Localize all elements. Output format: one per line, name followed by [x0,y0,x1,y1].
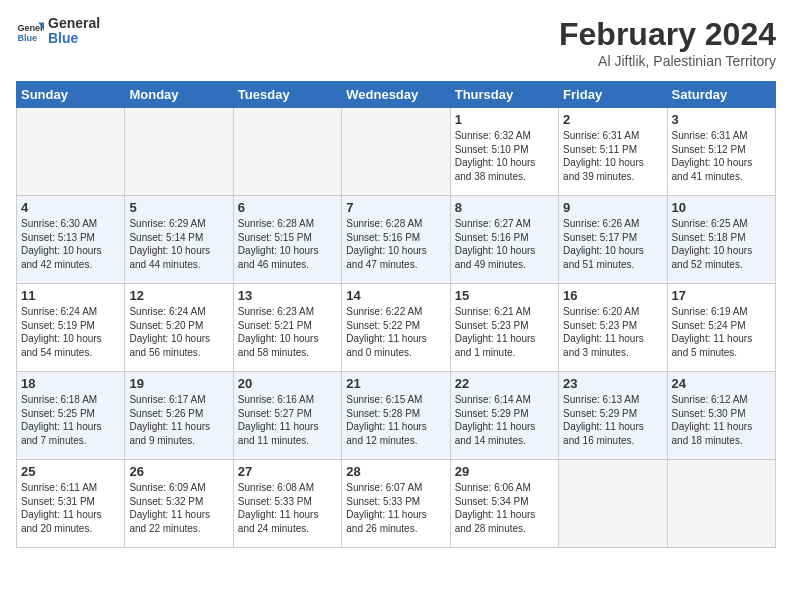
day-number: 22 [455,376,554,391]
day-number: 27 [238,464,337,479]
calendar-cell: 17Sunrise: 6:19 AM Sunset: 5:24 PM Dayli… [667,284,775,372]
day-detail: Sunrise: 6:24 AM Sunset: 5:19 PM Dayligh… [21,305,120,359]
calendar-cell: 8Sunrise: 6:27 AM Sunset: 5:16 PM Daylig… [450,196,558,284]
calendar-cell: 10Sunrise: 6:25 AM Sunset: 5:18 PM Dayli… [667,196,775,284]
day-number: 2 [563,112,662,127]
calendar-cell: 15Sunrise: 6:21 AM Sunset: 5:23 PM Dayli… [450,284,558,372]
calendar-cell [342,108,450,196]
day-number: 29 [455,464,554,479]
calendar-cell: 16Sunrise: 6:20 AM Sunset: 5:23 PM Dayli… [559,284,667,372]
calendar-cell [233,108,341,196]
day-detail: Sunrise: 6:13 AM Sunset: 5:29 PM Dayligh… [563,393,662,447]
calendar-cell: 1Sunrise: 6:32 AM Sunset: 5:10 PM Daylig… [450,108,558,196]
day-number: 10 [672,200,771,215]
logo: General Blue General Blue [16,16,100,47]
day-number: 15 [455,288,554,303]
calendar-cell [125,108,233,196]
day-number: 4 [21,200,120,215]
day-number: 16 [563,288,662,303]
weekday-header-thursday: Thursday [450,82,558,108]
day-detail: Sunrise: 6:18 AM Sunset: 5:25 PM Dayligh… [21,393,120,447]
weekday-header-sunday: Sunday [17,82,125,108]
calendar-table: SundayMondayTuesdayWednesdayThursdayFrid… [16,81,776,548]
calendar-cell: 28Sunrise: 6:07 AM Sunset: 5:33 PM Dayli… [342,460,450,548]
calendar-cell: 7Sunrise: 6:28 AM Sunset: 5:16 PM Daylig… [342,196,450,284]
day-number: 14 [346,288,445,303]
calendar-cell: 18Sunrise: 6:18 AM Sunset: 5:25 PM Dayli… [17,372,125,460]
weekday-header-wednesday: Wednesday [342,82,450,108]
day-detail: Sunrise: 6:25 AM Sunset: 5:18 PM Dayligh… [672,217,771,271]
logo-line2: Blue [48,31,100,46]
day-number: 21 [346,376,445,391]
month-year: February 2024 [559,16,776,53]
weekday-header-saturday: Saturday [667,82,775,108]
calendar-cell: 13Sunrise: 6:23 AM Sunset: 5:21 PM Dayli… [233,284,341,372]
calendar-cell: 23Sunrise: 6:13 AM Sunset: 5:29 PM Dayli… [559,372,667,460]
day-detail: Sunrise: 6:06 AM Sunset: 5:34 PM Dayligh… [455,481,554,535]
day-number: 1 [455,112,554,127]
day-detail: Sunrise: 6:23 AM Sunset: 5:21 PM Dayligh… [238,305,337,359]
svg-text:Blue: Blue [17,33,37,43]
day-detail: Sunrise: 6:16 AM Sunset: 5:27 PM Dayligh… [238,393,337,447]
day-detail: Sunrise: 6:32 AM Sunset: 5:10 PM Dayligh… [455,129,554,183]
calendar-cell [17,108,125,196]
day-number: 25 [21,464,120,479]
calendar-cell [667,460,775,548]
calendar-cell: 20Sunrise: 6:16 AM Sunset: 5:27 PM Dayli… [233,372,341,460]
day-detail: Sunrise: 6:21 AM Sunset: 5:23 PM Dayligh… [455,305,554,359]
day-detail: Sunrise: 6:28 AM Sunset: 5:15 PM Dayligh… [238,217,337,271]
day-number: 24 [672,376,771,391]
logo-icon: General Blue [16,17,44,45]
calendar-cell: 5Sunrise: 6:29 AM Sunset: 5:14 PM Daylig… [125,196,233,284]
day-detail: Sunrise: 6:09 AM Sunset: 5:32 PM Dayligh… [129,481,228,535]
calendar-cell: 3Sunrise: 6:31 AM Sunset: 5:12 PM Daylig… [667,108,775,196]
location: Al Jiftlik, Palestinian Territory [559,53,776,69]
day-detail: Sunrise: 6:26 AM Sunset: 5:17 PM Dayligh… [563,217,662,271]
day-detail: Sunrise: 6:08 AM Sunset: 5:33 PM Dayligh… [238,481,337,535]
day-detail: Sunrise: 6:28 AM Sunset: 5:16 PM Dayligh… [346,217,445,271]
logo-line1: General [48,16,100,31]
page-header: General Blue General Blue February 2024 … [16,16,776,69]
day-number: 26 [129,464,228,479]
day-number: 17 [672,288,771,303]
day-detail: Sunrise: 6:19 AM Sunset: 5:24 PM Dayligh… [672,305,771,359]
calendar-cell: 25Sunrise: 6:11 AM Sunset: 5:31 PM Dayli… [17,460,125,548]
calendar-week-2: 4Sunrise: 6:30 AM Sunset: 5:13 PM Daylig… [17,196,776,284]
title-block: February 2024 Al Jiftlik, Palestinian Te… [559,16,776,69]
calendar-cell: 22Sunrise: 6:14 AM Sunset: 5:29 PM Dayli… [450,372,558,460]
calendar-cell: 21Sunrise: 6:15 AM Sunset: 5:28 PM Dayli… [342,372,450,460]
day-number: 12 [129,288,228,303]
calendar-cell: 12Sunrise: 6:24 AM Sunset: 5:20 PM Dayli… [125,284,233,372]
calendar-cell: 29Sunrise: 6:06 AM Sunset: 5:34 PM Dayli… [450,460,558,548]
calendar-week-3: 11Sunrise: 6:24 AM Sunset: 5:19 PM Dayli… [17,284,776,372]
day-number: 23 [563,376,662,391]
day-detail: Sunrise: 6:31 AM Sunset: 5:12 PM Dayligh… [672,129,771,183]
day-detail: Sunrise: 6:11 AM Sunset: 5:31 PM Dayligh… [21,481,120,535]
day-number: 7 [346,200,445,215]
calendar-cell [559,460,667,548]
weekday-header-friday: Friday [559,82,667,108]
day-number: 20 [238,376,337,391]
calendar-cell: 26Sunrise: 6:09 AM Sunset: 5:32 PM Dayli… [125,460,233,548]
day-detail: Sunrise: 6:24 AM Sunset: 5:20 PM Dayligh… [129,305,228,359]
day-number: 9 [563,200,662,215]
day-detail: Sunrise: 6:15 AM Sunset: 5:28 PM Dayligh… [346,393,445,447]
day-detail: Sunrise: 6:07 AM Sunset: 5:33 PM Dayligh… [346,481,445,535]
day-detail: Sunrise: 6:14 AM Sunset: 5:29 PM Dayligh… [455,393,554,447]
day-detail: Sunrise: 6:31 AM Sunset: 5:11 PM Dayligh… [563,129,662,183]
day-number: 13 [238,288,337,303]
weekday-header-tuesday: Tuesday [233,82,341,108]
calendar-week-1: 1Sunrise: 6:32 AM Sunset: 5:10 PM Daylig… [17,108,776,196]
day-number: 6 [238,200,337,215]
calendar-week-5: 25Sunrise: 6:11 AM Sunset: 5:31 PM Dayli… [17,460,776,548]
day-number: 8 [455,200,554,215]
calendar-cell: 11Sunrise: 6:24 AM Sunset: 5:19 PM Dayli… [17,284,125,372]
calendar-cell: 19Sunrise: 6:17 AM Sunset: 5:26 PM Dayli… [125,372,233,460]
day-number: 18 [21,376,120,391]
day-detail: Sunrise: 6:29 AM Sunset: 5:14 PM Dayligh… [129,217,228,271]
day-number: 28 [346,464,445,479]
day-number: 3 [672,112,771,127]
day-detail: Sunrise: 6:30 AM Sunset: 5:13 PM Dayligh… [21,217,120,271]
calendar-cell: 4Sunrise: 6:30 AM Sunset: 5:13 PM Daylig… [17,196,125,284]
day-detail: Sunrise: 6:20 AM Sunset: 5:23 PM Dayligh… [563,305,662,359]
